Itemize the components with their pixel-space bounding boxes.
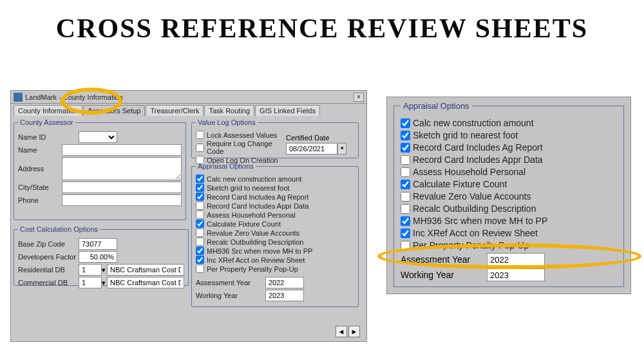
chk-assess-household-personal[interactable] xyxy=(196,211,204,219)
legend-cost-calc: Cost Calculation Options xyxy=(18,225,100,233)
group-appraisal-zoom: Appraisal Options Calc new construction … xyxy=(393,101,624,287)
label-assessment-year: Assessment Year xyxy=(196,279,265,286)
tabs: County Information Assessors Setup Treas… xyxy=(11,104,366,116)
next-button[interactable]: ► xyxy=(348,326,360,337)
lbl-record-card-includes-ag-report-zoom: Record Card Includes Ag Report xyxy=(413,142,543,153)
chk-inc-xref-acct-on-review-sheet-zoom[interactable] xyxy=(401,229,410,238)
label-working-year-zoom: Working Year xyxy=(401,270,487,280)
res-db-num[interactable] xyxy=(79,264,102,276)
dev-factor-input[interactable] xyxy=(79,251,117,263)
prev-button[interactable]: ◄ xyxy=(336,326,347,337)
lbl-inc-xref-acct-on-review-sheet-zoom: Inc XRef Acct on Review Sheet xyxy=(413,228,538,238)
group-appraisal: Appraisal Options Calc new construction … xyxy=(191,162,359,307)
lbl-mh936-src-when-move-mh-to-pp-zoom: MH936 Src when move MH to PP xyxy=(413,216,547,226)
lbl-sketch-grid-to-nearest-foot: Sketch grid to nearest foot xyxy=(207,184,289,192)
chk-mh936-src-when-move-mh-to-pp[interactable] xyxy=(196,247,204,255)
label-res-db: Residential DB xyxy=(18,266,79,274)
chk-record-card-includes-ag-report[interactable] xyxy=(196,192,204,201)
legend-appraisal-zoom: Appraisal Options xyxy=(401,101,472,111)
app-icon xyxy=(14,93,23,102)
name-id-select[interactable] xyxy=(79,131,117,143)
label-base-zip: Base Zip Code xyxy=(18,240,79,248)
chk-sketch-grid-to-nearest-foot-zoom[interactable] xyxy=(401,131,410,140)
lbl-record-card-includes-ag-report: Record Card Includes Ag Report xyxy=(207,193,308,201)
group-county-assessor: County Assessor Name ID Name Address Cit… xyxy=(14,118,186,220)
label-working-year: Working Year xyxy=(196,292,265,299)
label-com-db: Commercial DB xyxy=(18,279,79,286)
chk-sketch-grid-to-nearest-foot[interactable] xyxy=(196,183,204,192)
assessment-year-input-zoom[interactable] xyxy=(487,253,545,266)
working-year-input[interactable] xyxy=(265,290,304,301)
legend-value-log: Value Log Options xyxy=(196,118,258,126)
city-state-input[interactable] xyxy=(62,182,182,193)
chk-calc-new-construction-amount[interactable] xyxy=(196,174,204,183)
chk-revalue-zero-value-accounts[interactable] xyxy=(196,229,204,237)
label-certified-date: Certified Date xyxy=(286,134,354,142)
label-name: Name xyxy=(18,146,62,154)
label-dev-factor: Developers Factor xyxy=(18,253,79,261)
com-db-src[interactable] xyxy=(107,277,184,288)
tab-treasurer-clerk[interactable]: Treasurer/Clerk xyxy=(146,105,204,116)
chk-per-property-penalty-pop-up-zoom[interactable] xyxy=(401,241,410,250)
chk-recalc-outbuilding-description-zoom[interactable] xyxy=(401,204,410,214)
res-db-src[interactable] xyxy=(107,264,184,276)
chk-record-card-includes-appr-data-zoom[interactable] xyxy=(401,155,410,165)
lbl-recalc-outbuilding-description-zoom: Recalc Outbuilding Description xyxy=(413,203,536,214)
lbl-calc-new-construction-amount: Calc new construction amount xyxy=(207,175,301,183)
base-zip-input[interactable] xyxy=(79,238,117,250)
address-input[interactable] xyxy=(62,157,182,180)
lbl-record-card-includes-appr-data: Record Card Includes Appr Data xyxy=(207,202,308,210)
lbl-record-card-includes-appr-data-zoom: Record Card Includes Appr Data xyxy=(413,155,543,165)
tab-task-routing[interactable]: Task Routing xyxy=(204,105,254,116)
legend-county-assessor: County Assessor xyxy=(18,118,75,126)
label-city-state: City/State xyxy=(18,183,62,191)
chk-record-card-includes-ag-report-zoom[interactable] xyxy=(401,143,410,153)
chk-mh936-src-when-move-mh-to-pp-zoom[interactable] xyxy=(401,216,410,226)
lbl-revalue-zero-value-accounts: Revalue Zero Value Accounts xyxy=(207,229,299,237)
assessment-year-input[interactable] xyxy=(265,277,304,288)
lbl-revalue-zero-value-accounts-zoom: Revalue Zero Value Accounts xyxy=(413,191,531,202)
lbl-per-property-penalty-pop-up-zoom: Per Property Penalty Pop-Up xyxy=(413,240,529,250)
appraisal-options-panel-zoom: Appraisal Options Calc new construction … xyxy=(386,97,631,294)
lbl-require-log-change: Require Log Change Code xyxy=(207,140,286,155)
page-title: CROSS REFERENCE REVIEW SHEETS xyxy=(0,13,644,44)
legend-appraisal: Appraisal Options xyxy=(196,162,256,170)
lbl-calculate-fixture-count: Calculate Fixture Count xyxy=(207,220,281,228)
chk-assess-household-personal-zoom[interactable] xyxy=(401,167,410,177)
chk-per-property-penalty-pop-up[interactable] xyxy=(196,265,204,273)
tab-gis-linked-fields[interactable]: GIS Linked Fields xyxy=(255,105,320,116)
phone-input[interactable] xyxy=(62,194,182,206)
label-address: Address xyxy=(18,165,62,173)
label-name-id: Name ID xyxy=(18,133,79,141)
close-button[interactable]: × xyxy=(354,93,364,102)
certified-date-input[interactable] xyxy=(286,143,337,155)
chk-calculate-fixture-count-zoom[interactable] xyxy=(401,180,410,189)
window-body: County Assessor Name ID Name Address Cit… xyxy=(11,116,366,341)
chk-calc-new-construction-amount-zoom[interactable] xyxy=(401,118,410,128)
working-year-input-zoom[interactable] xyxy=(487,268,545,281)
chk-record-card-includes-appr-data[interactable] xyxy=(196,202,204,210)
lbl-inc-xref-acct-on-review-sheet: Inc XRef Acct on Review Sheet xyxy=(207,256,305,264)
tab-assessors-setup[interactable]: Assessors Setup xyxy=(83,105,146,116)
lbl-assess-household-personal: Assess Household Personal xyxy=(207,211,296,219)
res-db-drop[interactable]: ▾ xyxy=(102,266,106,274)
com-db-num[interactable] xyxy=(79,277,102,288)
chk-inc-xref-acct-on-review-sheet[interactable] xyxy=(196,256,204,264)
lbl-assess-household-personal-zoom: Assess Household Personal xyxy=(413,167,526,177)
com-db-drop[interactable]: ▾ xyxy=(102,279,106,287)
lbl-calc-new-construction-amount-zoom: Calc new construction amount xyxy=(413,118,534,128)
lbl-sketch-grid-to-nearest-foot-zoom: Sketch grid to nearest foot xyxy=(413,130,518,140)
label-assessment-year-zoom: Assessment Year xyxy=(401,254,487,265)
tab-county-information[interactable]: County Information xyxy=(14,105,82,116)
lbl-mh936-src-when-move-mh-to-pp: MH936 Src when move MH to PP xyxy=(207,247,312,255)
name-input[interactable] xyxy=(62,144,182,156)
chk-recalc-outbuilding-description[interactable] xyxy=(196,238,204,246)
chk-require-log-change[interactable] xyxy=(196,144,204,152)
chk-revalue-zero-value-accounts-zoom[interactable] xyxy=(401,192,410,202)
chk-calculate-fixture-count[interactable] xyxy=(196,220,204,228)
chk-lock-assessed[interactable] xyxy=(196,131,204,139)
lbl-per-property-penalty-pop-up: Per Property Penalty Pop-Up xyxy=(207,265,298,273)
lbl-lock-assessed: Lock Assessed Values xyxy=(207,131,277,139)
group-cost-calc: Cost Calculation Options Base Zip Code D… xyxy=(14,225,189,286)
certified-date-picker-button[interactable]: ▾ xyxy=(337,143,346,155)
